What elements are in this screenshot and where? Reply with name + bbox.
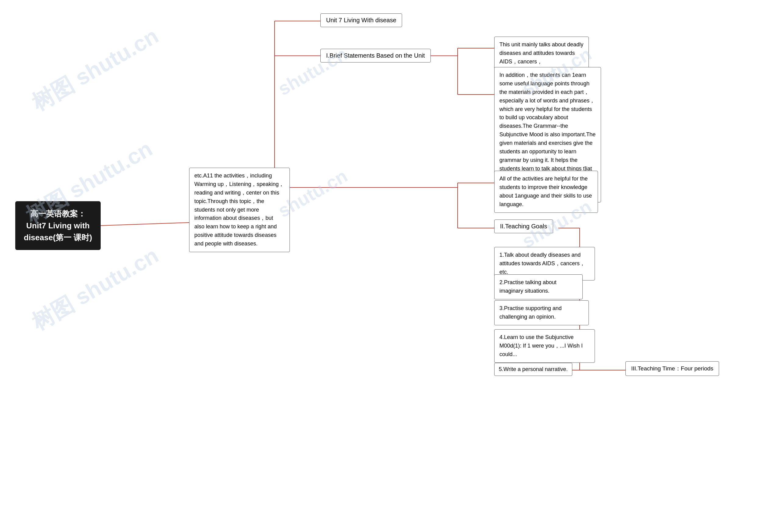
all-activities-node: etc.A11 the activities，including Warming… xyxy=(189,168,290,252)
root-node: 高一英语教案：Unit7 Living with disease(第一 课时) xyxy=(15,201,101,250)
watermark-1: 树图 shutu.cn xyxy=(27,21,164,117)
brief-text-node: This unit mainly talks about deadly dise… xyxy=(494,37,589,70)
connector-lines xyxy=(0,0,781,532)
teaching-goals-node: II.Teaching Goals xyxy=(494,220,553,233)
goal5-node: 5.Write a personal narrative. xyxy=(494,363,572,376)
watermark-3: 树图 shutu.cn xyxy=(27,241,164,337)
activities-note-node: All of the activities are helpful for th… xyxy=(494,171,598,213)
goal3-node: 3.Practise supporting and challenging an… xyxy=(494,300,589,325)
unit-title-node: Unit 7 Living With disease xyxy=(320,13,402,27)
teaching-time-node: III.Teaching Time：Four periods xyxy=(625,361,719,376)
svg-line-0 xyxy=(101,223,189,226)
goal4-node: 4.Learn to use the Subjunctive M00d(1): … xyxy=(494,329,595,363)
goal2-node: 2.Practise talking about imaginary situa… xyxy=(494,274,583,299)
brief-statement-node: I.Brief Statements Based on the Unit xyxy=(320,49,431,62)
